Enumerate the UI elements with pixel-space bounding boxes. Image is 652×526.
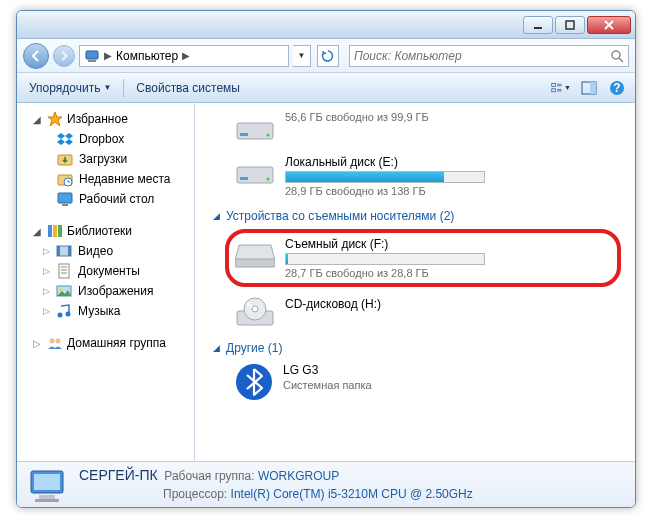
drive-name: Локальный диск (E:) [285,155,625,169]
chevron-down-icon: ◢ [213,343,220,353]
device-name: LG G3 [283,363,625,377]
sidebar-item-label: Документы [78,264,140,278]
svg-rect-17 [53,225,57,237]
libraries-icon [47,223,63,239]
sidebar-item-music[interactable]: ▷Музыка [17,301,194,321]
view-options-button[interactable]: ▼ [551,78,571,98]
sidebar-item-desktop[interactable]: Рабочий стол [17,189,194,209]
sidebar-item-downloads[interactable]: Загрузки [17,149,194,169]
sidebar-item-videos[interactable]: ▷Видео [17,241,194,261]
back-button[interactable] [23,43,49,69]
chevron-right-icon: ▷ [43,266,50,276]
svg-rect-1 [566,21,574,29]
drive-free-text: 56,6 ГБ свободно из 99,9 ГБ [285,111,625,123]
chevron-right-icon: ▷ [43,306,50,316]
chevron-right-icon: ▷ [33,338,43,349]
drive-item-cd[interactable]: CD-дисковод (H:) [205,293,625,337]
chevron-down-icon: ◢ [33,226,43,237]
svg-rect-22 [59,264,69,278]
drive-item[interactable]: 56,6 ГБ свободно из 99,9 ГБ [205,107,625,151]
search-box[interactable] [349,45,629,67]
svg-rect-33 [240,177,248,180]
breadcrumb[interactable]: ▶ Компьютер ▶ [79,45,289,67]
titlebar [17,11,635,39]
svg-rect-35 [235,259,275,267]
svg-rect-2 [86,51,98,59]
hard-drive-icon [235,111,275,143]
cpu-value: Intel(R) Core(TM) i5-3210M CPU @ 2.50GHz [231,487,473,501]
sidebar-homegroup-header[interactable]: ▷ Домашняя группа [17,333,194,353]
computer-icon [84,48,100,64]
toolbar: Упорядочить▼ Свойства системы ▼ ? [17,73,635,103]
device-item-lg[interactable]: LG G3 Системная папка [205,359,625,409]
svg-rect-3 [88,60,96,62]
removable-drive-icon [235,237,275,269]
chevron-down-icon: ◢ [33,114,43,125]
svg-point-28 [56,339,61,344]
svg-point-25 [58,313,63,318]
drive-name: Съемный диск (F:) [285,237,611,251]
system-properties-button[interactable]: Свойства системы [132,79,244,97]
chevron-right-icon: ▶ [104,50,112,61]
documents-icon [56,263,72,279]
navbar: ▶ Компьютер ▶ ▼ [17,39,635,73]
svg-rect-5 [552,83,556,86]
forward-button[interactable] [53,45,75,67]
main-content: 56,6 ГБ свободно из 99,9 ГБ Локальный ди… [195,103,635,461]
svg-rect-21 [68,246,71,256]
device-type: Системная папка [283,379,625,391]
svg-rect-6 [552,88,556,91]
minimize-button[interactable] [523,16,553,34]
svg-point-24 [60,289,63,292]
svg-rect-15 [62,204,68,206]
preview-pane-button[interactable] [579,78,599,98]
sidebar-item-pictures[interactable]: ▷Изображения [17,281,194,301]
svg-point-31 [267,134,270,137]
music-icon [56,303,72,319]
pictures-icon [56,283,72,299]
svg-point-26 [66,312,71,317]
drive-item-removable-f[interactable]: Съемный диск (F:) 28,7 ГБ свободно из 28… [225,229,621,287]
organize-button[interactable]: Упорядочить▼ [25,79,115,97]
svg-point-38 [252,306,258,312]
drive-usage-bar [285,171,485,183]
workgroup-label: Рабочая группа: [164,469,254,483]
hard-drive-icon [235,155,275,187]
computer-icon [27,465,67,505]
chevron-right-icon: ▷ [43,286,50,296]
sidebar-libraries-header[interactable]: ◢ Библиотеки [17,221,194,241]
sidebar-item-label: Видео [78,244,113,258]
cd-drive-icon [235,297,275,329]
drive-free-text: 28,7 ГБ свободно из 28,8 ГБ [285,267,611,279]
dropbox-icon [57,131,73,147]
recent-icon [57,171,73,187]
hostname: СЕРГЕЙ-ПК [79,467,158,483]
other-group-header[interactable]: ◢ Другие (1) [205,337,625,359]
breadcrumb-dropdown[interactable]: ▼ [293,45,311,67]
bluetooth-icon [235,363,273,401]
svg-rect-32 [237,167,273,183]
svg-text:?: ? [613,81,620,95]
refresh-button[interactable] [317,45,339,67]
svg-rect-16 [48,225,52,237]
sidebar-item-label: Загрузки [79,152,127,166]
svg-rect-14 [58,193,72,203]
downloads-icon [57,151,73,167]
drive-item-local-e[interactable]: Локальный диск (E:) 28,9 ГБ свободно из … [205,151,625,205]
sidebar-item-recent[interactable]: Недавние места [17,169,194,189]
sidebar-item-label: Dropbox [79,132,124,146]
removable-group-header[interactable]: ◢ Устройства со съемными носителями (2) [205,205,625,227]
sidebar-item-dropbox[interactable]: Dropbox [17,129,194,149]
close-button[interactable] [587,16,631,34]
sidebar-item-label: Рабочий стол [79,192,154,206]
sidebar-favorites-header[interactable]: ◢ Избранное [17,109,194,129]
svg-rect-18 [58,225,62,237]
svg-point-4 [612,51,620,59]
search-input[interactable] [354,49,610,63]
help-button[interactable]: ? [607,78,627,98]
sidebar-item-documents[interactable]: ▷Документы [17,261,194,281]
svg-point-27 [50,339,55,344]
maximize-button[interactable] [555,16,585,34]
sidebar-item-label: Изображения [78,284,153,298]
svg-rect-8 [590,82,596,94]
